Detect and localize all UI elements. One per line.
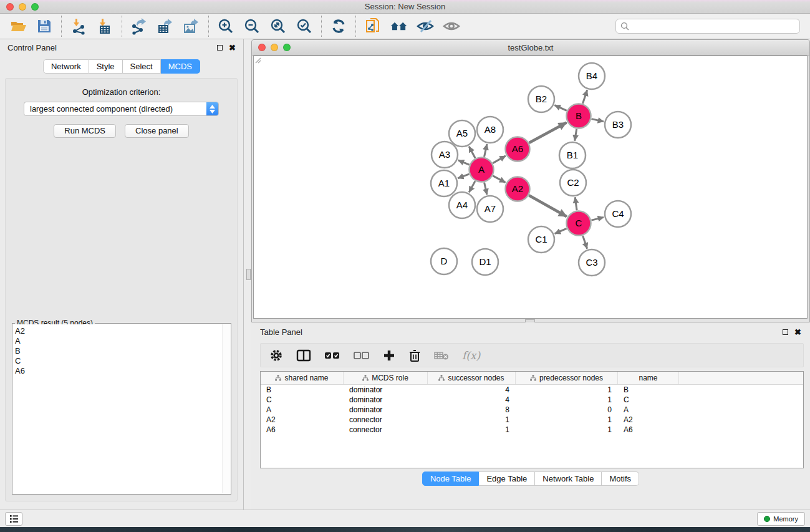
result-item[interactable]: A bbox=[15, 336, 222, 346]
refresh-icon[interactable] bbox=[329, 17, 348, 36]
zoom-network-light[interactable] bbox=[283, 44, 291, 51]
node-D1[interactable]: D1 bbox=[472, 249, 498, 275]
node-A[interactable]: A bbox=[470, 158, 494, 182]
edge-A-A2[interactable] bbox=[493, 176, 506, 183]
table-cell[interactable]: 4 bbox=[428, 395, 516, 405]
node-B[interactable]: B bbox=[567, 104, 591, 128]
node-table[interactable]: shared nameMCDS rolesuccessor nodesprede… bbox=[260, 371, 804, 468]
edge-A-A5[interactable] bbox=[469, 147, 475, 158]
tab-network-table[interactable]: Network Table bbox=[535, 472, 602, 486]
tab-motifs[interactable]: Motifs bbox=[602, 472, 639, 486]
table-cell[interactable]: 1 bbox=[516, 385, 618, 395]
panel-divider-handle[interactable] bbox=[246, 269, 251, 280]
table-row[interactable]: A6connector11A6 bbox=[261, 425, 803, 435]
close-window-light[interactable] bbox=[6, 3, 14, 11]
table-cell[interactable]: C bbox=[618, 395, 679, 405]
show-columns-icon[interactable] bbox=[296, 349, 311, 362]
run-mcds-button[interactable]: Run MCDS bbox=[54, 124, 116, 138]
node-A4[interactable]: A4 bbox=[449, 192, 475, 218]
node-A2[interactable]: A2 bbox=[506, 177, 530, 201]
edge-B-B1[interactable] bbox=[575, 129, 577, 141]
result-scrollbar[interactable] bbox=[222, 324, 230, 493]
column-header-name[interactable]: name bbox=[618, 372, 679, 384]
export-image-icon[interactable] bbox=[182, 17, 201, 36]
edge-C-C1[interactable] bbox=[555, 228, 567, 233]
zoom-window-light[interactable] bbox=[31, 3, 39, 11]
table-cell[interactable]: 8 bbox=[428, 405, 516, 415]
table-cell[interactable]: A2 bbox=[618, 415, 679, 425]
node-C2[interactable]: C2 bbox=[560, 170, 586, 196]
edge-B-B3[interactable] bbox=[592, 119, 604, 122]
tab-network[interactable]: Network bbox=[43, 59, 89, 74]
zoom-in-icon[interactable] bbox=[216, 17, 235, 36]
task-history-button[interactable] bbox=[5, 512, 22, 526]
table-cell[interactable]: C bbox=[261, 395, 344, 405]
table-row[interactable]: Bdominator41B bbox=[261, 385, 803, 395]
table-cell[interactable]: dominator bbox=[344, 395, 428, 405]
import-network-icon[interactable] bbox=[69, 17, 88, 36]
table-cell[interactable]: 0 bbox=[516, 405, 618, 415]
edge-C-C2[interactable] bbox=[575, 197, 577, 210]
float-table-panel-icon[interactable] bbox=[783, 329, 788, 335]
node-C[interactable]: C bbox=[567, 211, 591, 236]
search-input[interactable] bbox=[632, 22, 795, 31]
node-B4[interactable]: B4 bbox=[579, 63, 605, 89]
table-cell[interactable]: A6 bbox=[618, 425, 679, 435]
save-session-icon[interactable] bbox=[35, 17, 54, 36]
close-network-light[interactable] bbox=[258, 44, 266, 51]
zoom-selected-icon[interactable] bbox=[295, 17, 314, 36]
result-item[interactable]: C bbox=[15, 356, 222, 366]
window-resize-grip[interactable] bbox=[254, 56, 261, 64]
table-cell[interactable]: 1 bbox=[428, 415, 516, 425]
table-cell[interactable]: A6 bbox=[261, 425, 344, 435]
node-C3[interactable]: C3 bbox=[579, 249, 605, 276]
result-item[interactable]: A2 bbox=[15, 326, 222, 336]
search-field[interactable] bbox=[615, 19, 800, 34]
network-canvas[interactable]: B4B2BB3A5A8A6A3B1AA1C2A2A4A7C4CC1DD1C3 bbox=[253, 56, 808, 319]
tab-style[interactable]: Style bbox=[89, 59, 123, 74]
table-row[interactable]: Adominator80A bbox=[261, 405, 803, 415]
edge-A-A6[interactable] bbox=[493, 156, 506, 163]
node-D[interactable]: D bbox=[431, 248, 457, 274]
export-table-icon[interactable] bbox=[156, 17, 175, 36]
network-window-titlebar[interactable]: testGlobe.txt bbox=[252, 40, 809, 56]
tab-edge-table[interactable]: Edge Table bbox=[479, 472, 535, 486]
network-graph[interactable]: B4B2BB3A5A8A6A3B1AA1C2A2A4A7C4CC1DD1C3 bbox=[254, 56, 808, 319]
column-header-successor-nodes[interactable]: successor nodes bbox=[428, 372, 516, 384]
edge-A-A8[interactable] bbox=[485, 144, 488, 157]
node-A1[interactable]: A1 bbox=[431, 170, 457, 196]
export-network-icon[interactable] bbox=[130, 17, 148, 36]
mcds-result-list[interactable]: A2ABCA6 bbox=[13, 324, 222, 493]
tab-mcds[interactable]: MCDS bbox=[161, 59, 200, 74]
table-cell[interactable]: connector bbox=[344, 425, 428, 435]
edge-C-C4[interactable] bbox=[591, 217, 604, 220]
edge-B-B2[interactable] bbox=[554, 105, 566, 111]
edge-A-A1[interactable] bbox=[458, 174, 469, 178]
select-all-columns-icon[interactable] bbox=[324, 351, 340, 360]
edge-C-C3[interactable] bbox=[583, 236, 587, 249]
edge-B-B4[interactable] bbox=[583, 90, 587, 104]
table-cell[interactable]: 1 bbox=[516, 415, 618, 425]
edge-A6-B[interactable] bbox=[529, 123, 567, 143]
node-B3[interactable]: B3 bbox=[605, 112, 631, 138]
table-cell[interactable]: dominator bbox=[344, 405, 428, 415]
node-A3[interactable]: A3 bbox=[432, 142, 458, 168]
node-A8[interactable]: A8 bbox=[477, 117, 503, 143]
delete-table-icon[interactable] bbox=[434, 351, 449, 360]
tab-select[interactable]: Select bbox=[123, 59, 161, 74]
result-item[interactable]: A6 bbox=[15, 366, 222, 376]
column-header-MCDS-role[interactable]: MCDS role bbox=[344, 372, 428, 384]
minimize-window-light[interactable] bbox=[19, 3, 26, 11]
edge-A-A3[interactable] bbox=[458, 160, 470, 165]
show-graphics-details-icon[interactable] bbox=[442, 17, 461, 36]
edge-A-A4[interactable] bbox=[469, 181, 475, 192]
table-cell[interactable]: B bbox=[261, 385, 344, 395]
node-A5[interactable]: A5 bbox=[449, 120, 475, 147]
node-A7[interactable]: A7 bbox=[477, 196, 503, 222]
edge-A-A7[interactable] bbox=[485, 183, 487, 195]
close-table-panel-icon[interactable]: ✖ bbox=[794, 328, 801, 336]
table-cell[interactable]: 1 bbox=[516, 395, 618, 405]
node-C1[interactable]: C1 bbox=[528, 226, 554, 253]
table-cell[interactable]: A bbox=[618, 405, 679, 415]
edge-A2-C[interactable] bbox=[529, 195, 567, 216]
